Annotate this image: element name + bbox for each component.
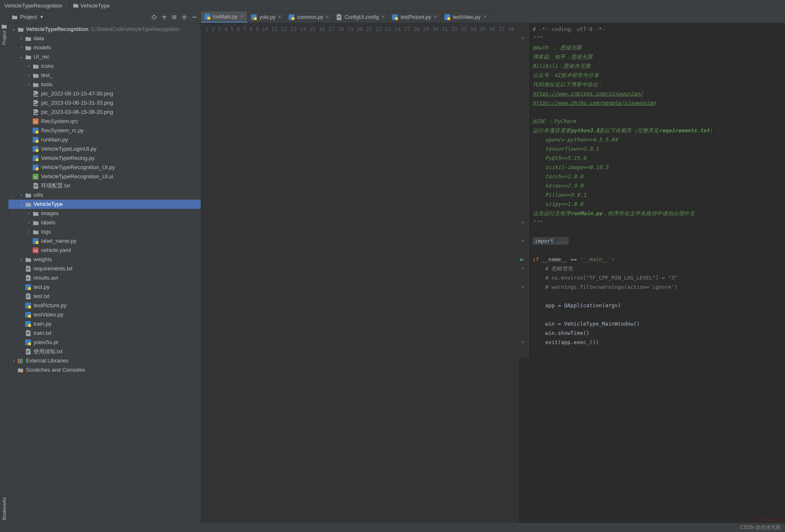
tree-item[interactable]: ›utils [8,190,201,200]
tree-item[interactable]: ›labels [8,218,201,227]
tree-label: test.py [34,283,49,291]
close-icon[interactable]: ✕ [325,14,329,20]
expand-all-icon[interactable] [161,14,167,20]
tree-item[interactable]: ›data [8,34,201,43]
tree-item[interactable]: Scratches and Consoles [8,365,201,375]
fold-icon[interactable]: ⊟ [522,257,524,261]
lib-icon [17,358,24,364]
fold-icon[interactable]: ⊟ [522,36,524,40]
editor-tab[interactable]: testVideo.py✕ [441,11,491,23]
fold-icon[interactable]: ⊟ [522,266,524,270]
close-icon[interactable]: ✕ [278,14,281,20]
tree-item[interactable]: results.avi [8,273,201,283]
tree-label: testVideo.py [34,311,63,319]
tree-item[interactable]: ›External Libraries [8,356,201,365]
editor-tab[interactable]: testPicture.py✕ [389,11,441,23]
tree-item[interactable]: ⌄UI_rec [8,52,201,62]
svg-rect-46 [292,17,294,20]
tree-item[interactable]: testPicture.py [8,301,201,310]
breadcrumb-root[interactable]: VehicleTypeRecognition [4,3,62,9]
tree-item[interactable]: 环境配置.txt [8,181,201,190]
fold-icon[interactable]: ⊞ [522,239,524,243]
tree-label: icons [41,62,54,70]
chevron-down-icon[interactable]: ▼ [39,15,44,19]
tree-item[interactable]: train.txt [8,329,201,338]
editor-tab[interactable]: runMain.py✕ [201,11,248,23]
tree-item[interactable]: ›logs [8,227,201,236]
project-strip-icon[interactable] [1,24,7,29]
tree-item[interactable]: ›images [8,209,201,218]
tree-arrow-icon[interactable]: ⌄ [18,53,24,61]
tree-item[interactable]: 使用须知.txt [8,347,201,356]
tree-item[interactable]: test.txt [8,292,201,301]
tree-item[interactable]: QtVehicleTypeRecognition_UI.ui [8,172,201,181]
tree-item[interactable]: VehicleTypeLoginUI.py [8,144,201,154]
tree-item[interactable]: label_name.py [8,236,201,246]
close-icon[interactable]: ✕ [483,14,487,20]
tree-item[interactable]: ›tools [8,80,201,89]
tree-arrow-icon[interactable]: ⌄ [18,200,24,208]
tab-label: ConfigUI.config [344,14,379,20]
svg-rect-12 [36,131,39,134]
tree-item[interactable]: ⌄VehicleType [8,200,201,209]
tree-item[interactable]: <>RecSystem.qrc [8,117,201,126]
gear-icon[interactable] [181,14,187,20]
tree-arrow-icon[interactable]: › [26,71,32,80]
project-tree[interactable]: ⌄VehicleTypeRecognitionG:\DetectCode\Veh… [8,23,201,523]
tree-item[interactable]: testVideo.py [8,310,201,319]
chevron-right-icon: 〉 [65,2,70,9]
project-tool-button[interactable]: Project [2,31,7,45]
fold-icon[interactable]: ⊟ [522,340,524,344]
tree-item[interactable]: yolov5s.pt [8,338,201,347]
tree-item[interactable]: RecSystem_rc.py [8,126,201,135]
tree-label: pic_2023-03-06-15-38-20.png [41,108,113,116]
hide-icon[interactable] [191,14,197,20]
fold-icon[interactable]: ⊟ [522,220,524,224]
editor-tab[interactable]: ConfigUI.config✕ [333,11,389,23]
svg-rect-30 [28,306,31,308]
project-icon [12,15,18,20]
tree-arrow-icon[interactable]: › [26,80,32,89]
tree-arrow-icon[interactable]: › [26,218,32,227]
bookmarks-tool-button[interactable]: Bookmarks [2,497,7,520]
tree-item[interactable]: VehicleTypeRecognition_UI.py [8,163,201,172]
folder-icon [24,257,32,262]
tree-item[interactable]: pic_2023-03-06-15-31-33.png [8,98,201,108]
tree-item[interactable]: YMLvehicle.yaml [8,246,201,255]
tree-arrow-icon[interactable]: › [18,34,24,43]
tree-arrow-icon[interactable]: › [26,62,32,70]
code-area[interactable]: 1 2 3 4 5 6 7 8 9 10 11 12 13 14 15 16 1… [201,23,785,523]
tree-arrow-icon[interactable]: › [18,255,24,264]
tree-item[interactable]: pic_2022-08-10-15-47-30.png [8,89,201,98]
tree-item[interactable]: train.py [8,319,201,329]
tree-arrow-icon[interactable]: › [18,44,24,52]
tree-arrow-icon[interactable]: ⌄ [11,25,17,33]
editor-tab[interactable]: common.py✕ [285,11,333,23]
collapse-all-icon[interactable] [171,14,177,20]
editor-content[interactable]: # -*- coding: utf-8 -*- """ @Auth ： 思绪无限… [529,23,725,523]
project-panel-title[interactable]: Project [20,14,37,20]
tree-item[interactable]: ›test_ [8,71,201,80]
locate-icon[interactable] [151,14,157,20]
tree-item[interactable]: requirements.txt [8,264,201,273]
tree-arrow-icon[interactable]: › [26,228,32,236]
editor-tab[interactable]: yolo.py✕ [248,11,285,23]
breadcrumb-item[interactable]: VehicleType [80,3,110,9]
tree-item[interactable]: ›icons [8,62,201,71]
close-icon[interactable]: ✕ [434,14,437,20]
image-icon [32,109,39,115]
tree-arrow-icon[interactable]: › [11,357,17,365]
tree-item[interactable]: ›models [8,43,201,52]
tree-item[interactable]: VehicleTypeRecing.py [8,154,201,163]
tree-item[interactable]: runMain.py [8,135,201,144]
tree-item[interactable]: ⌄VehicleTypeRecognitionG:\DetectCode\Veh… [8,25,201,34]
tree-label: utils [34,191,43,199]
tree-arrow-icon[interactable]: › [18,191,24,199]
tree-item[interactable]: ›weights [8,255,201,264]
tree-arrow-icon[interactable]: › [26,209,32,218]
tree-item[interactable]: pic_2023-03-06-15-38-20.png [8,108,201,117]
tree-item[interactable]: test.py [8,283,201,292]
close-icon[interactable]: ✕ [381,14,385,20]
close-icon[interactable]: ✕ [240,14,244,19]
fold-icon[interactable]: ⊟ [522,285,524,289]
